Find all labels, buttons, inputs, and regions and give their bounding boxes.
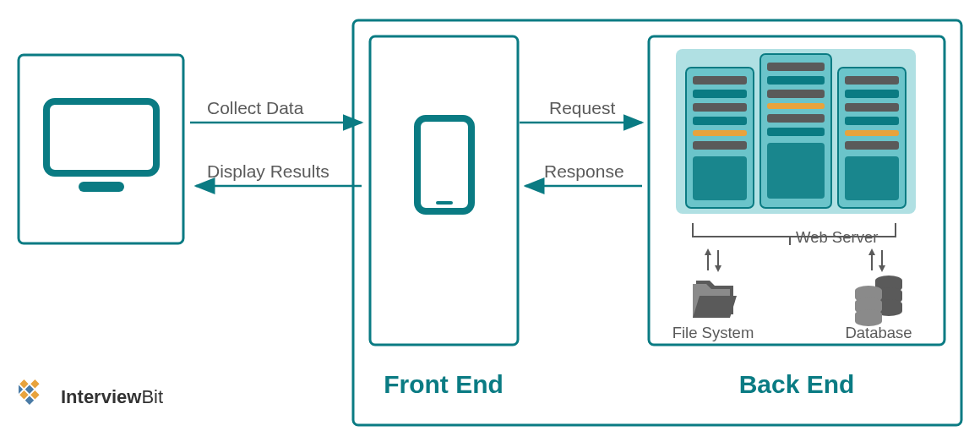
monitor-icon [46, 101, 156, 192]
svg-marker-42 [868, 248, 875, 255]
filesystem-label: File System [672, 324, 754, 341]
filesystem-group: File System [672, 248, 754, 341]
svg-rect-25 [767, 103, 825, 109]
svg-rect-15 [693, 90, 747, 98]
smartphone-icon [417, 118, 471, 211]
database-arrows-icon [868, 248, 885, 272]
svg-marker-40 [715, 265, 721, 272]
database-label: Database [845, 324, 912, 341]
arrow-display-results: Display Results [196, 161, 362, 186]
svg-rect-33 [845, 117, 899, 125]
arrow-request: Request [520, 98, 642, 123]
svg-rect-14 [693, 76, 747, 85]
database-icon [855, 276, 902, 326]
arrow-response-label: Response [544, 161, 624, 181]
svg-rect-30 [845, 76, 899, 85]
svg-rect-51 [30, 379, 39, 388]
svg-rect-2 [46, 101, 156, 173]
svg-rect-32 [845, 103, 899, 112]
svg-rect-35 [845, 141, 899, 150]
svg-rect-26 [767, 114, 825, 123]
svg-rect-56 [25, 396, 34, 405]
arrow-display-label: Display Results [207, 161, 329, 181]
backend-label: Back End [739, 370, 855, 398]
brand-logo: InterviewBit [19, 379, 163, 416]
svg-rect-5 [417, 118, 471, 211]
brand-text: InterviewBit [61, 386, 163, 408]
svg-rect-27 [767, 128, 825, 136]
folder-icon [693, 281, 737, 318]
svg-rect-22 [767, 63, 825, 71]
svg-rect-24 [767, 90, 825, 98]
svg-rect-16 [693, 103, 747, 112]
interviewbit-logo-icon [19, 379, 56, 416]
svg-rect-34 [845, 130, 899, 136]
arrow-response: Response [525, 161, 642, 186]
svg-rect-4 [370, 36, 518, 345]
frontend-label: Front End [384, 370, 504, 398]
svg-rect-55 [19, 390, 28, 399]
arrow-request-label: Request [549, 98, 615, 117]
svg-rect-20 [693, 156, 747, 200]
svg-rect-53 [30, 390, 39, 399]
arrow-collect-label: Collect Data [207, 98, 304, 117]
svg-rect-36 [845, 156, 899, 200]
svg-rect-3 [79, 182, 124, 192]
svg-rect-23 [767, 76, 825, 85]
server-rack-icon [676, 49, 916, 214]
webserver-bracket: Web Server [693, 223, 896, 246]
svg-rect-31 [845, 90, 899, 98]
svg-rect-6 [436, 201, 453, 205]
arrow-collect-data: Collect Data [190, 98, 362, 123]
webserver-label: Web Server [796, 228, 878, 246]
svg-marker-38 [705, 248, 711, 255]
filesystem-arrows-icon [705, 248, 721, 272]
svg-rect-17 [693, 117, 747, 125]
frontend-box [370, 36, 518, 345]
svg-rect-54 [19, 379, 28, 388]
database-group: Database [845, 248, 912, 341]
svg-rect-28 [767, 143, 825, 199]
svg-rect-52 [25, 385, 34, 394]
svg-rect-18 [693, 130, 747, 136]
svg-rect-19 [693, 141, 747, 150]
client-monitor [19, 55, 183, 243]
svg-marker-44 [879, 265, 885, 272]
